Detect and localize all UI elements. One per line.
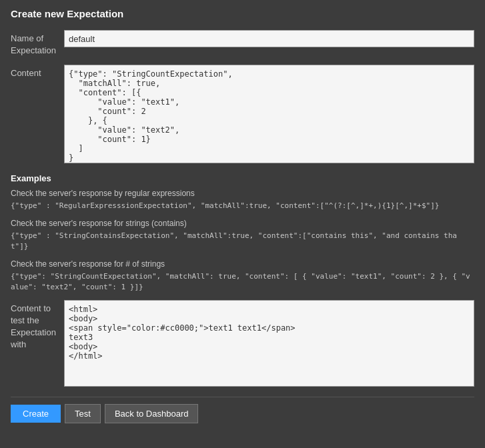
page-container: Create new Expectation Name of Expectati…: [0, 0, 485, 431]
test-label: Content to test the Expectation with: [11, 300, 64, 351]
examples-section: Examples Check the server's response by …: [11, 173, 474, 293]
examples-subtitle-2: Check the server's response for strings …: [11, 219, 474, 228]
test-button[interactable]: Test: [65, 404, 101, 423]
name-label: Name of Expectation: [11, 30, 64, 57]
name-input[interactable]: [64, 30, 474, 47]
examples-subtitle-1: Check the server's response by regular e…: [11, 189, 474, 198]
content-label: Content: [11, 65, 64, 79]
example-code-2: {"type" : "StringContainsExpectation", "…: [11, 231, 474, 253]
footer-buttons: Create Test Back to Dashboard: [11, 397, 474, 423]
create-button[interactable]: Create: [11, 405, 61, 423]
name-row: Name of Expectation: [11, 30, 474, 57]
name-control-wrap: [64, 30, 474, 47]
examples-title: Examples: [11, 173, 474, 183]
test-control-wrap: <html> <body> <span style="color:#cc0000…: [64, 300, 474, 389]
page-title: Create new Expectation: [11, 8, 474, 19]
content-textarea[interactable]: {"type": "StringCountExpectation", "matc…: [64, 65, 474, 163]
test-row: Content to test the Expectation with <ht…: [11, 300, 474, 389]
content-control-wrap: {"type": "StringCountExpectation", "matc…: [64, 65, 474, 165]
test-textarea[interactable]: <html> <body> <span style="color:#cc0000…: [64, 300, 474, 387]
examples-subtitle-3: Check the server's response for # of str…: [11, 259, 474, 269]
example-code-3: {"type": "StringCountExpectation", "matc…: [11, 271, 474, 293]
example-code-1: {"type" : "RegularExpresssionExpectation…: [11, 201, 474, 212]
back-to-dashboard-button[interactable]: Back to Dashboard: [105, 404, 199, 423]
content-row: Content {"type": "StringCountExpectation…: [11, 65, 474, 165]
